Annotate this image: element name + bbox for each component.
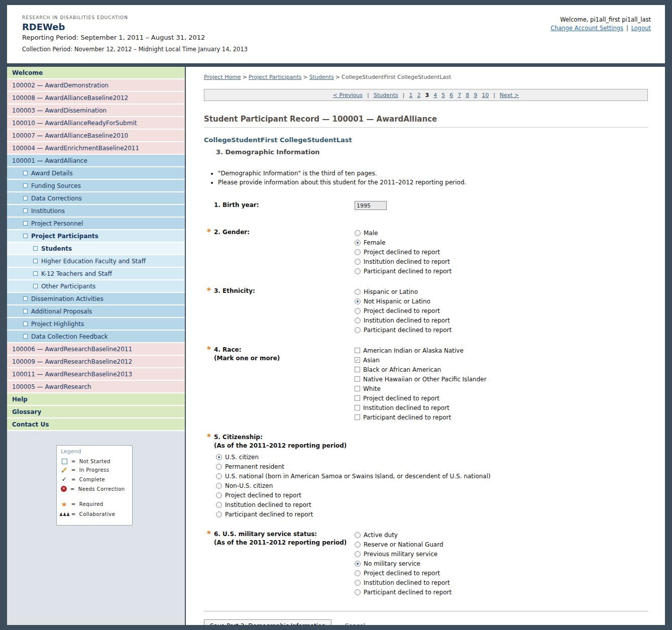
radio-participant-declined-to-report[interactable] <box>355 589 361 595</box>
cancel-link[interactable]: Cancel <box>345 622 365 625</box>
sidebar-item-award-details[interactable]: Award Details <box>7 167 185 180</box>
birth-year-input[interactable] <box>355 201 387 210</box>
sidebar-item-project-participants[interactable]: Project Participants <box>7 230 185 243</box>
sidebar-item-higher-education-faculty-and-staff[interactable]: Higher Education Faculty and Staff <box>7 255 185 268</box>
sidebar-item-label: Additional Proposals <box>31 308 92 315</box>
not-started-icon <box>23 196 28 200</box>
checkbox-project-declined-to-report[interactable] <box>355 395 360 401</box>
not-started-icon <box>23 322 28 326</box>
logout-link[interactable]: Logout <box>631 25 651 32</box>
radio-hispanic-or-latino[interactable] <box>355 289 361 295</box>
legend-row: ♟♟♟=Collaborative <box>61 511 128 517</box>
sidebar-item-label: Institutions <box>31 207 65 215</box>
radio-not-hispanic-or-latino[interactable] <box>355 298 361 304</box>
pager-page-link-9[interactable]: 9 <box>474 92 477 98</box>
sidebar-item-project-highlights[interactable]: Project Highlights <box>7 318 185 331</box>
sidebar-item-100007-awardalliancebaseline2010[interactable]: 100007 — AwardAllianceBaseline2010 <box>7 130 185 142</box>
save-button[interactable]: Save Part 3: Demographic Information <box>204 619 331 625</box>
pager-page-link-4[interactable]: 4 <box>433 92 437 98</box>
question-label: *3. Ethnicity: <box>204 287 355 295</box>
sidebar-item-100006-awardresearchbaseline2011[interactable]: 100006 — AwardResearchBaseline2011 <box>7 343 185 356</box>
breadcrumb-link-students[interactable]: Students <box>309 74 334 80</box>
breadcrumb-link-project-home[interactable]: Project Home <box>204 74 241 80</box>
sidebar-item-glossary[interactable]: Glossary <box>7 406 185 418</box>
radio-participant-declined-to-report[interactable] <box>216 511 222 517</box>
checkbox-native-hawaiian-or-other-pacific-islander[interactable] <box>355 376 360 382</box>
radio-u-s-citizen[interactable] <box>216 454 222 460</box>
sidebar-item-welcome[interactable]: Welcome <box>7 67 185 79</box>
sidebar-item-100008-awardalliancebaseline2012[interactable]: 100008 — AwardAllianceBaseline2012 <box>7 92 185 104</box>
pager-page-link-2[interactable]: 2 <box>417 92 420 98</box>
question-3-ethnicity: *3. Ethnicity:Hispanic or LatinoNot Hisp… <box>204 287 648 335</box>
legend-equals: = <box>71 477 76 482</box>
pager-page-link-8[interactable]: 8 <box>466 92 469 98</box>
sidebar-item-institutions[interactable]: Institutions <box>7 205 185 218</box>
sidebar-item-100001-awardalliance[interactable]: 100001 — AwardAlliance <box>7 155 185 167</box>
radio-no-military-service[interactable] <box>355 561 361 567</box>
pager-students-link[interactable]: Students <box>374 92 398 98</box>
radio-institution-declined-to-report[interactable] <box>355 580 361 586</box>
sidebar-item-data-collection-feedback[interactable]: Data Collection Feedback <box>7 331 185 343</box>
page-title: Student Participant Record — 100001 — Aw… <box>204 115 648 128</box>
legend-equals: = <box>71 501 76 507</box>
option-label: Participant declined to report <box>225 511 313 518</box>
radio-previous-military-service[interactable] <box>355 551 361 557</box>
sidebar-item-100010-awardalliancereadyforsubmit[interactable]: 100010 — AwardAllianceReadyForSubmit <box>7 117 185 130</box>
sidebar-item-students[interactable]: Students <box>7 243 185 255</box>
checkbox-participant-declined-to-report[interactable] <box>355 414 360 420</box>
radio-female[interactable] <box>355 240 361 246</box>
sidebar-item-dissemination-activities[interactable]: Dissemination Activities <box>7 293 185 305</box>
radio-institution-declined-to-report[interactable] <box>355 318 361 324</box>
sidebar-item-100002-awarddemonstration[interactable]: 100002 — AwardDemonstration <box>7 79 185 92</box>
sidebar-item-project-personnel[interactable]: Project Personnel <box>7 218 185 230</box>
option-row: White <box>355 384 487 393</box>
question-label-text: 2. Gender: <box>214 228 355 236</box>
sidebar-item-100003-awarddissemination[interactable]: 100003 — AwardDissemination <box>7 104 185 117</box>
sidebar-item-help[interactable]: Help <box>7 393 185 406</box>
checkbox-institution-declined-to-report[interactable] <box>355 405 360 410</box>
radio-institution-declined-to-report[interactable] <box>355 259 361 265</box>
radio-project-declined-to-report[interactable] <box>355 249 361 255</box>
pager-previous-link[interactable]: < Previous <box>333 92 363 98</box>
radio-project-declined-to-report[interactable] <box>216 492 222 498</box>
question-label: *5. Citizenship:(As of the 2011–2012 rep… <box>204 433 648 450</box>
radio-participant-declined-to-report[interactable] <box>355 268 361 274</box>
radio-male[interactable] <box>355 230 361 236</box>
pager-page-link-5[interactable]: 5 <box>441 92 445 98</box>
pager-page-link-10[interactable]: 10 <box>482 92 489 98</box>
radio-active-duty[interactable] <box>355 532 361 538</box>
pager-page-link-6[interactable]: 6 <box>450 92 453 98</box>
radio-non-u-s-citizen[interactable] <box>216 483 222 489</box>
pager-page-link-1[interactable]: 1 <box>409 92 412 98</box>
sidebar-item-100009-awardresearchbaseline2012[interactable]: 100009 — AwardResearchBaseline2012 <box>7 356 185 368</box>
sidebar-item-other-participants[interactable]: Other Participants <box>7 280 185 293</box>
not-started-icon <box>23 171 28 175</box>
radio-participant-declined-to-report[interactable] <box>355 327 361 333</box>
sidebar-item-contact-us[interactable]: Contact Us <box>7 418 185 431</box>
note-item: Please provide information about this st… <box>218 179 648 186</box>
radio-permanent-resident[interactable] <box>216 464 222 470</box>
sidebar-item-100011-awardresearchbaseline2013[interactable]: 100011 — AwardResearchBaseline2013 <box>7 368 185 381</box>
radio-reserve-or-national-guard[interactable] <box>355 542 361 548</box>
pager-next-link[interactable]: Next > <box>500 92 519 98</box>
required-icon: * <box>207 287 211 295</box>
change-account-settings-link[interactable]: Change Account Settings <box>550 25 623 32</box>
radio-project-declined-to-report[interactable] <box>355 308 361 314</box>
sidebar-item-additional-proposals[interactable]: Additional Proposals <box>7 305 185 318</box>
sidebar-item-data-corrections[interactable]: Data Corrections <box>7 192 185 205</box>
checkbox-asian[interactable]: ✓ <box>355 357 360 363</box>
pager-page-link-7[interactable]: 7 <box>458 92 461 98</box>
checkbox-white[interactable] <box>355 386 360 391</box>
checkbox-american-indian-or-alaska-native[interactable] <box>355 348 360 353</box>
sidebar-item-funding-sources[interactable]: Funding Sources <box>7 180 185 192</box>
question-4-race: *4. Race:(Mark one or more)American Indi… <box>204 346 648 422</box>
sidebar-item-100004-awardenrichmentbaseline2011[interactable]: 100004 — AwardEnrichmentBaseline2011 <box>7 142 185 155</box>
sidebar-item-k-12-teachers-and-staff[interactable]: K-12 Teachers and Staff <box>7 268 185 280</box>
radio-u-s-national-born-in-american-samoa-or-swains-island-or-descendent-of-u-s-national[interactable] <box>216 473 222 479</box>
breadcrumb-link-project-participants[interactable]: Project Participants <box>249 74 302 80</box>
sidebar-item-100005-awardresearch[interactable]: 100005 — AwardResearch <box>7 381 185 393</box>
checkbox-black-or-african-american[interactable] <box>355 367 360 372</box>
radio-project-declined-to-report[interactable] <box>355 570 361 576</box>
not-started-icon <box>23 221 28 226</box>
radio-institution-declined-to-report[interactable] <box>216 502 222 508</box>
